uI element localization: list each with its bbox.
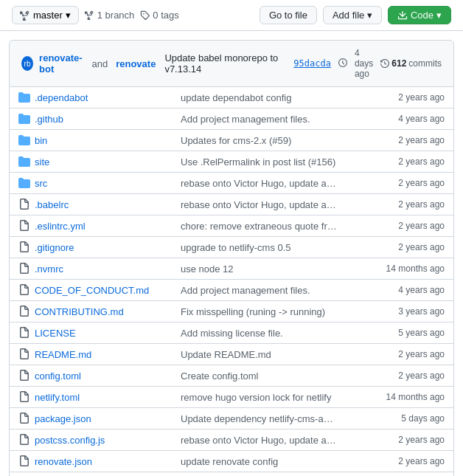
top-bar: master ▾ 1 branch 0 tags Go to file Add … [0,0,463,31]
code-chevron: ▾ [436,10,442,21]
commit-bar: rb renovate-bot and renovate Update babe… [9,40,454,87]
table-row[interactable]: CONTRIBUTING.md Fix misspelling (runing … [10,301,453,322]
commits-history[interactable]: 612 commits [380,58,442,69]
file-link[interactable]: .dependabot [35,92,88,103]
file-icon [18,455,30,467]
file-link[interactable]: .eslintrc.yml [35,221,86,232]
add-file-button[interactable]: Add file ▾ [323,6,382,24]
history-icon [380,59,389,68]
table-row[interactable]: CODE_OF_CONDUCT.md Add project managemen… [10,280,453,301]
file-link[interactable]: src [35,178,47,189]
file-link[interactable]: .babelrc [35,199,69,210]
folder-icon [18,134,30,146]
file-link[interactable]: bin [35,135,47,146]
file-link[interactable]: netlify.toml [35,392,80,403]
file-commit-desc: Update dependency netlify-cms-app to ^2.… [181,413,349,424]
commits-label: commits [408,58,442,69]
file-name-cell: .nvmrc [18,263,181,275]
file-link[interactable]: .github [35,114,63,125]
file-icon [18,327,30,339]
commit-message: Update babel monorepo to v7.13.14 [164,52,288,75]
file-commit-desc: rebase onto Victor Hugo, update all the … [181,178,349,189]
file-name-cell: bin [18,134,181,146]
file-icon [18,348,30,360]
file-name-cell: .babelrc [18,199,181,210]
file-commit-age: 14 months ago [349,263,445,274]
table-row[interactable]: .gitignore upgrade to netlify-cms 0.5 2 … [10,237,453,258]
file-icon [18,241,30,253]
commit-clock-icon [338,58,347,69]
file-name-cell: README.md [18,348,181,360]
file-link[interactable]: .nvmrc [35,263,63,275]
folder-icon [18,177,30,189]
branch-label: master [33,10,63,21]
file-link[interactable]: CODE_OF_CONDUCT.md [35,285,149,296]
table-row[interactable]: site Use .RelPermalink in post list (#15… [10,151,453,173]
table-row[interactable]: bin Updates for cms-2.x (#59) 2 years ag… [10,130,453,151]
file-commit-age: 5 days ago [349,413,445,424]
file-link[interactable]: LICENSE [35,328,76,339]
file-commit-age: 2 years ago [349,92,445,103]
table-row[interactable]: config.toml Create config.toml 2 years a… [10,365,453,387]
file-icon [18,284,30,296]
file-commit-age: 5 years ago [349,328,445,338]
file-link[interactable]: site [35,156,49,168]
file-icon [18,220,30,232]
table-row[interactable]: renovate.json update renovate config 2 y… [10,451,453,472]
file-icon [18,263,30,275]
table-row[interactable]: webpack.common.js rebase onto Victor Hug… [10,472,453,476]
commit-author1[interactable]: renovate-bot [39,52,86,75]
file-link[interactable]: CONTRIBUTING.md [35,306,124,317]
file-commit-age: 2 years ago [349,199,445,210]
table-row[interactable]: .babelrc rebase onto Victor Hugo, update… [10,194,453,215]
file-icon [18,434,30,446]
file-table: .dependabot update dependabot config 2 y… [9,87,454,476]
file-name-cell: .github [18,113,181,125]
table-row[interactable]: .dependabot update dependabot config 2 y… [10,87,453,108]
table-row[interactable]: postcss.config.js rebase onto Victor Hug… [10,430,453,451]
table-row[interactable]: README.md Update README.md 2 years ago [10,344,453,365]
file-name-cell: src [18,177,181,189]
commits-count: 612 [391,58,406,69]
table-row[interactable]: LICENSE Add missing license file. 5 year… [10,322,453,344]
file-commit-age: 2 years ago [349,156,445,167]
file-icon [18,413,30,424]
file-link[interactable]: postcss.config.js [35,435,105,446]
file-commit-desc: Use .RelPermalink in post list (#156) [181,156,349,168]
file-commit-desc: upgrade to netlify-cms 0.5 [181,242,349,253]
file-link[interactable]: README.md [35,349,91,360]
file-commit-age: 2 years ago [349,370,445,381]
file-commit-desc: chore: remove extraneous quote from esli… [181,221,349,232]
file-commit-age: 2 years ago [349,178,445,188]
file-name-cell: netlify.toml [18,391,181,403]
file-name-cell: .dependabot [18,92,181,103]
table-row[interactable]: netlify.toml remove hugo version lock fo… [10,387,453,408]
table-row[interactable]: .nvmrc use node 12 14 months ago [10,258,453,280]
file-commit-desc: Add project management files. [181,114,349,125]
add-file-chevron: ▾ [367,10,372,21]
file-link[interactable]: config.toml [35,370,81,382]
table-row[interactable]: package.json Update dependency netlify-c… [10,408,453,430]
file-commit-desc: Add missing license file. [181,328,349,339]
table-row[interactable]: src rebase onto Victor Hugo, update all … [10,173,453,194]
file-commit-desc: rebase onto Victor Hugo, update all the … [181,435,349,446]
code-button[interactable]: Code ▾ [388,6,451,24]
file-name-cell: .gitignore [18,241,181,253]
file-link[interactable]: package.json [35,413,91,424]
file-link[interactable]: renovate.json [35,456,92,467]
commit-sha[interactable]: 95dacda [293,58,331,69]
go-to-file-button[interactable]: Go to file [260,6,317,24]
folder-icon [18,92,30,103]
file-icon [18,391,30,403]
file-commit-desc: update dependabot config [181,92,349,103]
table-row[interactable]: .github Add project management files. 4 … [10,108,453,130]
file-name-cell: postcss.config.js [18,434,181,446]
branch-stat: 1 branch [85,10,135,21]
commit-author2[interactable]: renovate [116,58,156,69]
file-link[interactable]: .gitignore [35,242,74,253]
file-name-cell: site [18,156,181,168]
file-commit-age: 14 months ago [349,392,445,402]
table-row[interactable]: .eslintrc.yml chore: remove extraneous q… [10,215,453,237]
file-commit-desc: Update README.md [181,349,349,360]
branch-selector[interactable]: master ▾ [12,6,79,24]
